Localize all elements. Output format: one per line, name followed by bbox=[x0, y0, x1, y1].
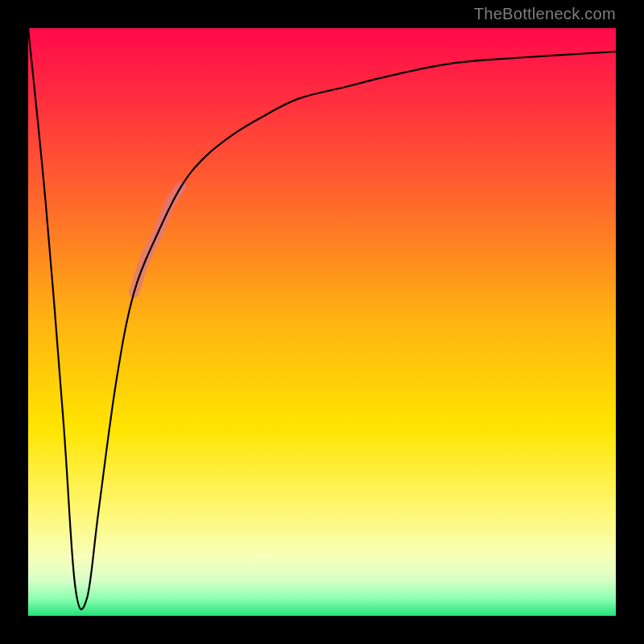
frame-border-bottom bbox=[0, 616, 644, 644]
chart-frame: TheBottleneck.com bbox=[0, 0, 644, 644]
frame-border-left bbox=[0, 0, 28, 644]
plot-area bbox=[28, 28, 616, 616]
watermark-text: TheBottleneck.com bbox=[474, 5, 616, 23]
frame-border-right bbox=[616, 0, 644, 644]
curve-layer bbox=[28, 28, 616, 616]
highlight-segment bbox=[134, 187, 180, 292]
bottleneck-curve bbox=[28, 28, 616, 609]
